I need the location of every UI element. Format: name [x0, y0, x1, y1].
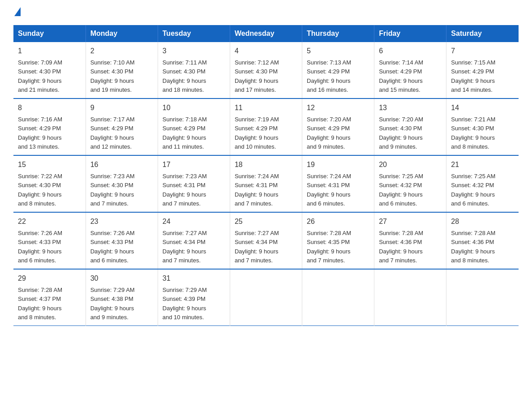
day-number: 21 — [451, 159, 514, 170]
calendar-cell — [446, 269, 519, 326]
header-friday: Friday — [374, 25, 446, 42]
day-info: Sunrise: 7:26 AMSunset: 4:33 PMDaylight:… — [18, 230, 62, 264]
header-tuesday: Tuesday — [158, 25, 230, 42]
day-info: Sunrise: 7:11 AMSunset: 4:30 PMDaylight:… — [163, 59, 207, 93]
calendar-cell: 13Sunrise: 7:20 AMSunset: 4:30 PMDayligh… — [374, 98, 446, 155]
day-number: 15 — [18, 159, 81, 170]
header-wednesday: Wednesday — [230, 25, 302, 42]
day-number: 14 — [451, 103, 514, 113]
calendar-cell: 12Sunrise: 7:20 AMSunset: 4:29 PMDayligh… — [302, 98, 374, 155]
day-info: Sunrise: 7:17 AMSunset: 4:29 PMDaylight:… — [90, 116, 135, 150]
day-number: 30 — [90, 273, 153, 284]
day-info: Sunrise: 7:09 AMSunset: 4:30 PMDaylight:… — [18, 59, 62, 93]
calendar-cell: 31Sunrise: 7:29 AMSunset: 4:39 PMDayligh… — [158, 269, 230, 326]
day-info: Sunrise: 7:15 AMSunset: 4:29 PMDaylight:… — [451, 59, 495, 93]
day-number: 25 — [235, 216, 297, 227]
calendar-cell: 11Sunrise: 7:19 AMSunset: 4:29 PMDayligh… — [230, 98, 302, 155]
calendar-cell: 8Sunrise: 7:16 AMSunset: 4:29 PMDaylight… — [13, 98, 86, 155]
day-info: Sunrise: 7:28 AMSunset: 4:37 PMDaylight:… — [18, 287, 62, 321]
calendar-cell: 18Sunrise: 7:24 AMSunset: 4:31 PMDayligh… — [230, 155, 302, 212]
calendar-cell: 28Sunrise: 7:28 AMSunset: 4:36 PMDayligh… — [446, 212, 519, 269]
calendar-cell: 4Sunrise: 7:12 AMSunset: 4:30 PMDaylight… — [230, 42, 302, 98]
calendar-cell: 14Sunrise: 7:21 AMSunset: 4:30 PMDayligh… — [446, 98, 519, 155]
day-info: Sunrise: 7:20 AMSunset: 4:30 PMDaylight:… — [379, 116, 423, 150]
day-info: Sunrise: 7:19 AMSunset: 4:29 PMDaylight:… — [235, 116, 279, 150]
week-row-2: 8Sunrise: 7:16 AMSunset: 4:29 PMDaylight… — [13, 98, 519, 155]
calendar-cell: 16Sunrise: 7:23 AMSunset: 4:30 PMDayligh… — [86, 155, 158, 212]
week-row-1: 1Sunrise: 7:09 AMSunset: 4:30 PMDaylight… — [13, 42, 519, 98]
day-number: 7 — [451, 46, 514, 56]
header-saturday: Saturday — [446, 25, 519, 42]
calendar-cell: 22Sunrise: 7:26 AMSunset: 4:33 PMDayligh… — [13, 212, 86, 269]
day-number: 29 — [18, 273, 81, 284]
calendar-cell: 2Sunrise: 7:10 AMSunset: 4:30 PMDaylight… — [86, 42, 158, 98]
calendar-cell: 19Sunrise: 7:24 AMSunset: 4:31 PMDayligh… — [302, 155, 374, 212]
week-row-4: 22Sunrise: 7:26 AMSunset: 4:33 PMDayligh… — [13, 212, 519, 269]
logo-triangle-icon — [14, 7, 21, 16]
header-monday: Monday — [86, 25, 158, 42]
day-number: 3 — [163, 46, 225, 56]
calendar-cell: 6Sunrise: 7:14 AMSunset: 4:29 PMDaylight… — [374, 42, 446, 98]
day-number: 9 — [90, 103, 153, 113]
day-number: 8 — [18, 103, 81, 113]
day-info: Sunrise: 7:21 AMSunset: 4:30 PMDaylight:… — [451, 116, 495, 150]
day-info: Sunrise: 7:28 AMSunset: 4:36 PMDaylight:… — [379, 230, 423, 264]
day-info: Sunrise: 7:22 AMSunset: 4:30 PMDaylight:… — [18, 173, 62, 207]
calendar-cell: 1Sunrise: 7:09 AMSunset: 4:30 PMDaylight… — [13, 42, 86, 98]
day-number: 17 — [163, 159, 225, 170]
day-info: Sunrise: 7:24 AMSunset: 4:31 PMDaylight:… — [307, 173, 351, 207]
calendar-cell: 3Sunrise: 7:11 AMSunset: 4:30 PMDaylight… — [158, 42, 230, 98]
day-info: Sunrise: 7:23 AMSunset: 4:30 PMDaylight:… — [90, 173, 135, 207]
calendar-cell: 23Sunrise: 7:26 AMSunset: 4:33 PMDayligh… — [86, 212, 158, 269]
header-sunday: Sunday — [13, 25, 86, 42]
day-number: 26 — [307, 216, 369, 227]
day-number: 11 — [235, 103, 297, 113]
calendar-cell — [374, 269, 446, 326]
calendar-cell: 5Sunrise: 7:13 AMSunset: 4:29 PMDaylight… — [302, 42, 374, 98]
calendar-table: SundayMondayTuesdayWednesdayThursdayFrid… — [13, 25, 519, 326]
calendar-cell: 7Sunrise: 7:15 AMSunset: 4:29 PMDaylight… — [446, 42, 519, 98]
calendar-cell: 21Sunrise: 7:25 AMSunset: 4:32 PMDayligh… — [446, 155, 519, 212]
day-info: Sunrise: 7:14 AMSunset: 4:29 PMDaylight:… — [379, 59, 423, 93]
day-info: Sunrise: 7:26 AMSunset: 4:33 PMDaylight:… — [90, 230, 135, 264]
day-number: 16 — [90, 159, 153, 170]
week-row-5: 29Sunrise: 7:28 AMSunset: 4:37 PMDayligh… — [13, 269, 519, 326]
day-number: 1 — [18, 46, 81, 56]
day-number: 27 — [379, 216, 442, 227]
day-info: Sunrise: 7:23 AMSunset: 4:31 PMDaylight:… — [163, 173, 207, 207]
calendar-cell: 26Sunrise: 7:28 AMSunset: 4:35 PMDayligh… — [302, 212, 374, 269]
calendar-cell: 9Sunrise: 7:17 AMSunset: 4:29 PMDaylight… — [86, 98, 158, 155]
week-row-3: 15Sunrise: 7:22 AMSunset: 4:30 PMDayligh… — [13, 155, 519, 212]
day-info: Sunrise: 7:12 AMSunset: 4:30 PMDaylight:… — [235, 59, 279, 93]
day-number: 13 — [379, 103, 442, 113]
day-number: 4 — [235, 46, 297, 56]
calendar-header-row: SundayMondayTuesdayWednesdayThursdayFrid… — [13, 25, 519, 42]
day-info: Sunrise: 7:27 AMSunset: 4:34 PMDaylight:… — [163, 230, 207, 264]
day-number: 5 — [307, 46, 369, 56]
day-number: 20 — [379, 159, 442, 170]
day-number: 24 — [163, 216, 225, 227]
calendar-cell — [230, 269, 302, 326]
day-number: 31 — [163, 273, 225, 284]
day-number: 22 — [18, 216, 81, 227]
day-info: Sunrise: 7:28 AMSunset: 4:36 PMDaylight:… — [451, 230, 495, 264]
calendar-cell: 25Sunrise: 7:27 AMSunset: 4:34 PMDayligh… — [230, 212, 302, 269]
calendar-cell: 29Sunrise: 7:28 AMSunset: 4:37 PMDayligh… — [13, 269, 86, 326]
page-header — [13, 9, 519, 16]
day-info: Sunrise: 7:10 AMSunset: 4:30 PMDaylight:… — [90, 59, 135, 93]
day-info: Sunrise: 7:28 AMSunset: 4:35 PMDaylight:… — [307, 230, 351, 264]
calendar-cell: 10Sunrise: 7:18 AMSunset: 4:29 PMDayligh… — [158, 98, 230, 155]
day-info: Sunrise: 7:13 AMSunset: 4:29 PMDaylight:… — [307, 59, 351, 93]
day-number: 23 — [90, 216, 153, 227]
day-number: 10 — [163, 103, 225, 113]
day-info: Sunrise: 7:16 AMSunset: 4:29 PMDaylight:… — [18, 116, 62, 150]
day-info: Sunrise: 7:29 AMSunset: 4:38 PMDaylight:… — [90, 287, 135, 321]
day-info: Sunrise: 7:24 AMSunset: 4:31 PMDaylight:… — [235, 173, 279, 207]
calendar-cell: 15Sunrise: 7:22 AMSunset: 4:30 PMDayligh… — [13, 155, 86, 212]
day-number: 2 — [90, 46, 153, 56]
day-number: 6 — [379, 46, 442, 56]
day-info: Sunrise: 7:27 AMSunset: 4:34 PMDaylight:… — [235, 230, 279, 264]
logo — [13, 9, 21, 16]
calendar-cell: 30Sunrise: 7:29 AMSunset: 4:38 PMDayligh… — [86, 269, 158, 326]
calendar-cell: 20Sunrise: 7:25 AMSunset: 4:32 PMDayligh… — [374, 155, 446, 212]
